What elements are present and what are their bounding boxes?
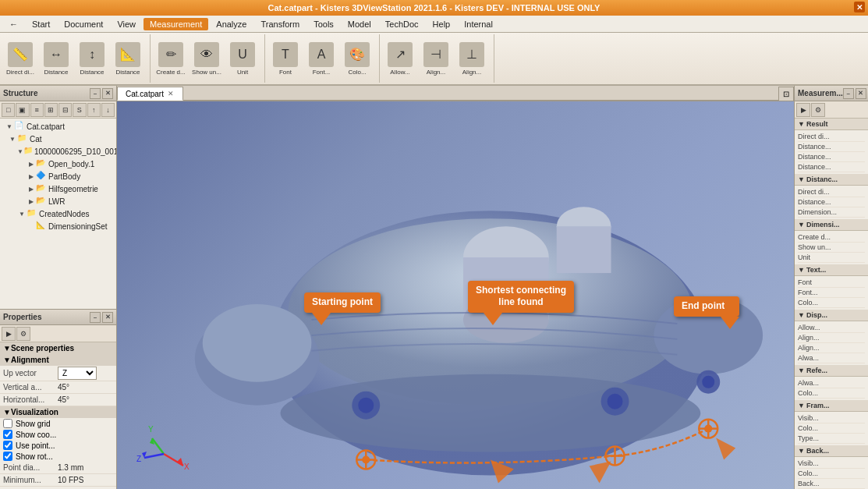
toolbar-btn-font[interactable]: T Font xyxy=(268,37,303,80)
meas-fram-section[interactable]: ▼ Fram... xyxy=(795,400,868,412)
meas-refe-section[interactable]: ▼ Refe... xyxy=(795,365,868,377)
struct-btn-1[interactable]: □ xyxy=(2,103,15,117)
toolbar-btn-color[interactable]: 🎨 Colo... xyxy=(340,37,374,80)
struct-btn-6[interactable]: S xyxy=(73,103,86,117)
struct-btn-2[interactable]: ▣ xyxy=(16,103,29,117)
menu-internal[interactable]: Internal xyxy=(458,18,499,30)
viewport-tab-catpart[interactable]: Cat.catpart ✕ xyxy=(117,87,183,101)
toolbar-btn-distance-h[interactable]: ↔ Distance xyxy=(39,37,73,80)
tree-item-10000006295[interactable]: ▼ 📁 10000006295_D10_001 xyxy=(2,145,115,158)
viewport-area: Cat.catpart ✕ ⊡ xyxy=(117,86,794,489)
struct-btn-8[interactable]: ↓ xyxy=(101,103,115,117)
showgrid-checkbox[interactable] xyxy=(3,419,12,428)
toolbar-btn-unit[interactable]: U Unit xyxy=(225,37,260,80)
props-pin-btn[interactable]: – xyxy=(90,312,101,323)
titlebar-text: Cat.catpart - Kisters 3DViewStation 2021… xyxy=(268,3,601,12)
toolbar-btn-distance-a[interactable]: 📐 Distance xyxy=(111,37,145,80)
menu-back[interactable]: ← xyxy=(3,18,24,30)
meas-refe-rows: Alwa... Colo... xyxy=(795,377,868,400)
svg-text:Y: Y xyxy=(148,425,154,434)
3d-viewport[interactable]: Starting point Shortest connectingline f… xyxy=(117,101,794,489)
meas-toolbar-btn-1[interactable]: ▶ xyxy=(796,103,810,117)
axis-indicator: X Y Z xyxy=(133,415,195,477)
meas-row-dist2: Distance... xyxy=(798,152,865,162)
toolbar-btn-show-unit[interactable]: 👁 Show un... xyxy=(190,37,224,80)
usepoint-checkbox[interactable] xyxy=(3,441,12,450)
structure-title: Structure xyxy=(3,89,37,97)
structure-pin-btn[interactable]: – xyxy=(90,88,101,99)
props-section-alignment[interactable]: ▼ Alignment xyxy=(0,354,116,366)
showrot-checkbox[interactable] xyxy=(3,452,12,461)
maximize-btn[interactable]: ⊡ xyxy=(778,87,794,101)
toolbar-btn-allow[interactable]: ↗ Allow... xyxy=(383,37,417,80)
meas-row-refe1: Alwa... xyxy=(798,378,865,388)
tree-item-dimensioningset[interactable]: 📐 DimensioningSet xyxy=(2,220,115,232)
color-icon: 🎨 xyxy=(345,42,370,67)
meas-row-dimensi2: Show un... xyxy=(798,243,865,253)
menu-measurement[interactable]: Measurement xyxy=(143,18,208,30)
tree-item-cat[interactable]: ▼ 📁 Cat xyxy=(2,133,115,145)
menu-tools[interactable]: Tools xyxy=(307,18,340,30)
toolbar-btn-direct-distance[interactable]: 📏 Direct di... xyxy=(3,37,37,80)
tree-item-partbody[interactable]: ▶ 🔷 PartBody xyxy=(2,170,115,182)
toolbar-btn-align2[interactable]: ⊥ Align... xyxy=(455,37,489,80)
tree-item-lwr[interactable]: ▶ 📂 LWR xyxy=(2,195,115,207)
close-button[interactable]: ✕ xyxy=(854,2,865,12)
props-btn-2[interactable]: ⚙ xyxy=(16,327,30,341)
meas-row-distanc2: Distance... xyxy=(798,197,865,207)
endpoint-pointer xyxy=(721,317,739,329)
meas-result-section[interactable]: ▼ Result xyxy=(795,119,868,130)
menu-model[interactable]: Model xyxy=(342,18,377,30)
tree-item-openbody[interactable]: ▶ 📂 Open_body.1 xyxy=(2,158,115,170)
tab-close-icon[interactable]: ✕ xyxy=(167,90,175,97)
struct-btn-3[interactable]: ≡ xyxy=(30,103,44,117)
meas-dimensi-section[interactable]: ▼ Dimensi... xyxy=(795,219,868,231)
props-upvector-select[interactable]: Z xyxy=(58,367,97,380)
toolbar-btn-font-size[interactable]: A Font... xyxy=(304,37,338,80)
meas-toolbar-btn-2[interactable]: ⚙ xyxy=(811,103,825,117)
meas-text-section[interactable]: ▼ Text... xyxy=(795,264,868,276)
showcoo-checkbox[interactable] xyxy=(3,430,12,439)
meas-result-rows: Direct di... Distance... Distance... Dis… xyxy=(795,130,868,174)
meas-row-refe2: Colo... xyxy=(798,388,865,399)
menu-techdoc[interactable]: TechDoc xyxy=(379,18,425,30)
structure-close-btn[interactable]: ✕ xyxy=(102,88,113,99)
menu-analyze[interactable]: Analyze xyxy=(210,18,253,30)
meas-pin-btn[interactable]: – xyxy=(843,88,854,99)
props-section-scene[interactable]: ▼ Scene properties xyxy=(0,342,116,354)
props-section-visualization[interactable]: ▼ Visualization xyxy=(0,406,116,418)
meas-distanc-section[interactable]: ▼ Distanc... xyxy=(795,174,868,186)
struct-btn-4[interactable]: ⊞ xyxy=(44,103,58,117)
menu-document[interactable]: Document xyxy=(58,18,109,30)
meas-disp-section[interactable]: ▼ Disp... xyxy=(795,310,868,321)
meas-row-disp3: Align... xyxy=(798,343,865,353)
tree-item-creatednodes[interactable]: ▼ 📁 CreatedNodes xyxy=(2,207,115,220)
struct-btn-7[interactable]: ↑ xyxy=(87,103,101,117)
properties-header: Properties – ✕ xyxy=(0,310,116,325)
props-btn-1[interactable]: ▶ xyxy=(2,327,16,341)
toolbar-btn-align1[interactable]: ⊣ Align... xyxy=(419,37,453,80)
toolbar-btn-create[interactable]: ✏ Create d... xyxy=(154,37,188,80)
svg-point-10 xyxy=(281,374,701,452)
props-close-btn[interactable]: ✕ xyxy=(102,312,113,323)
toolbar-btn-distance-v[interactable]: ↕ Distance xyxy=(75,37,109,80)
structure-panel: Structure – ✕ □ ▣ ≡ ⊞ ⊟ S ↑ ↓ ▼ xyxy=(0,86,116,310)
menu-view[interactable]: View xyxy=(111,18,142,30)
tree-item-catpart[interactable]: ▼ 📄 Cat.catpart xyxy=(2,120,115,133)
menu-start[interactable]: Start xyxy=(26,18,56,30)
menu-transform[interactable]: Transform xyxy=(254,18,306,30)
meas-back-section[interactable]: ▼ Back... xyxy=(795,445,868,457)
toolbar-group-distance: 📏 Direct di... ↔ Distance ↕ Distance 📐 D… xyxy=(3,34,151,83)
structure-toolbar: □ ▣ ≡ ⊞ ⊟ S ↑ ↓ xyxy=(0,101,116,119)
left-panel: Structure – ✕ □ ▣ ≡ ⊞ ⊟ S ↑ ↓ ▼ xyxy=(0,86,117,489)
struct-btn-5[interactable]: ⊟ xyxy=(58,103,72,117)
tree-item-hilfsgeometrie[interactable]: ▶ 📂 Hilfsgeometrie xyxy=(2,182,115,195)
menu-help[interactable]: Help xyxy=(427,18,457,30)
unit-icon: U xyxy=(230,42,255,67)
meas-close-btn[interactable]: ✕ xyxy=(856,88,866,99)
props-content: ▼ Scene properties ▼ Alignment Up vector… xyxy=(0,342,116,489)
font-size-icon: A xyxy=(309,42,334,67)
props-showcoo: Show coo... xyxy=(0,429,116,440)
props-showgrid: Show grid xyxy=(0,418,116,429)
meas-row-dimensi1: Create d... xyxy=(798,232,865,243)
